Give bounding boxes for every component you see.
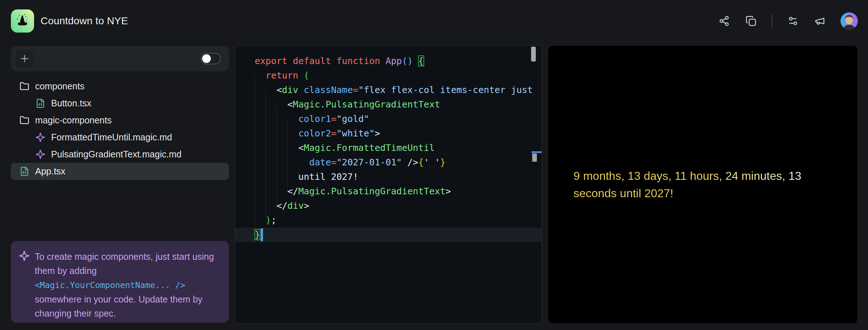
code-token-attr: className (304, 85, 352, 95)
code-token-mb: { (418, 56, 424, 66)
code-token-kw: return (266, 70, 298, 81)
code-line: </div> (235, 199, 542, 213)
tree-item-app-tsx[interactable]: App.tsx (11, 163, 229, 180)
code-line: color1="gold" (235, 112, 542, 126)
app-logo (11, 9, 34, 33)
code-token-op: = (331, 114, 337, 124)
editor-scrollbar-thumb[interactable] (531, 47, 536, 62)
code-token-attr: color2 (298, 128, 331, 139)
scrollbar-secondary-thumb[interactable] (532, 153, 537, 162)
code-line: <Magic.PulsatingGradientText (235, 97, 542, 112)
code-token-pl (298, 70, 304, 81)
text-cursor (261, 228, 263, 241)
tree-item-components[interactable]: components (11, 78, 229, 95)
file-tree: componentsButton.tsxmagic-componentsForm… (11, 78, 229, 180)
folder-icon (20, 115, 29, 125)
add-file-button[interactable] (16, 50, 33, 67)
app-window: Countdown to NYE (0, 0, 868, 330)
sparkle-icon (36, 149, 45, 159)
user-avatar[interactable] (840, 12, 858, 30)
magic-tip-text: To create magic components, just start u… (35, 250, 221, 314)
code-token-pl: > (304, 200, 309, 211)
code-token-pl (298, 85, 304, 95)
magic-component-code: <Magic.YourComponentName... /> (35, 280, 185, 290)
tree-item-label: PulsatingGradientText.magic.md (51, 149, 181, 160)
code-token-yb: { (418, 157, 424, 168)
code-token-str: "gold" (337, 114, 369, 124)
code-token-pl: until 2027! (255, 172, 358, 182)
code-editor[interactable]: export default function App() { return (… (235, 45, 542, 324)
tree-item-label: magic-components (35, 115, 112, 126)
top-bar: Countdown to NYE (0, 0, 868, 45)
code-line: <Magic.FormattedTimeUntil (235, 141, 542, 155)
code-line: export default function App() { (235, 54, 542, 68)
code-line: <div className="flex flex-col items-cent… (235, 83, 542, 97)
code-token-str: "white" (337, 128, 375, 139)
file-code-icon (20, 166, 29, 176)
code-token-pl (255, 70, 266, 81)
code-token-str: "flex flex-col items-center just (358, 85, 533, 95)
file-code-icon (36, 98, 45, 108)
tree-item-formattedtimeuntil-magic-md[interactable]: FormattedTimeUntil.magic.md (11, 129, 229, 146)
code-line: </Magic.PulsatingGradientText> (235, 184, 542, 199)
code-token-tag: div (287, 200, 304, 211)
page-title: Countdown to NYE (41, 0, 128, 42)
main-area: componentsButton.tsxmagic-componentsForm… (0, 45, 868, 324)
code-token-pl: ; (271, 215, 276, 225)
code-token-pl (255, 128, 298, 139)
code-token-pl (255, 114, 298, 124)
code-token-attr: date (309, 157, 331, 168)
code-token-tag: Magic.PulsatingGradientText (293, 99, 440, 110)
code-token-attr: color1 (298, 114, 331, 124)
code-token-pl: < (255, 85, 282, 95)
tree-item-magic-components[interactable]: magic-components (11, 112, 229, 129)
header-actions (718, 0, 858, 42)
code-token-op: = (331, 157, 337, 168)
code-lines: export default function App() { return (… (235, 54, 542, 242)
code-token-pl: </ (255, 186, 298, 196)
magic-tip-box: To create magic components, just start u… (11, 241, 229, 323)
countdown-text: 9 months, 13 days, 11 hours, 24 minutes,… (573, 167, 815, 202)
code-token-yb: } (440, 157, 446, 168)
code-token-pg: ) (266, 215, 271, 225)
tree-item-button-tsx[interactable]: Button.tsx (11, 95, 229, 112)
code-token-pl (255, 215, 266, 225)
code-token-pl (413, 56, 418, 66)
code-token-kw: export default function (255, 56, 385, 66)
sparkle-icon (36, 132, 45, 142)
code-token-fn: App (385, 56, 402, 66)
code-token-pl: /> (402, 157, 418, 168)
code-token-pl: ' ' (424, 157, 440, 168)
code-line: color2="white"> (235, 126, 542, 141)
megaphone-icon[interactable] (814, 15, 826, 27)
scrollbar-cursor-marker (531, 151, 542, 153)
code-token-pl: > (375, 128, 380, 139)
code-token-mb: } (255, 229, 260, 240)
tree-item-pulsatinggradienttext-magic-md[interactable]: PulsatingGradientText.magic.md (11, 146, 229, 163)
code-token-pg: ( (304, 70, 309, 81)
code-line: ); (235, 213, 542, 228)
file-toolbar (11, 46, 229, 71)
code-line: date="2027-01-01" />{' '} (235, 155, 542, 170)
folder-icon (20, 81, 29, 91)
code-token-op: = (353, 85, 358, 95)
code-line: return ( (235, 68, 542, 83)
tree-item-label: App.tsx (35, 166, 65, 177)
code-line: } (235, 228, 542, 242)
copy-icon[interactable] (745, 15, 757, 27)
tree-item-label: FormattedTimeUntil.magic.md (51, 132, 172, 143)
code-token-str: "2027-01-01" (337, 157, 402, 168)
code-token-pl: > (446, 186, 451, 196)
code-token-pl: < (255, 143, 304, 153)
code-token-pb: () (402, 56, 413, 66)
sidebar-toggle-switch[interactable] (201, 53, 221, 64)
code-line: until 2027! (235, 170, 542, 184)
preview-panel: 9 months, 13 days, 11 hours, 24 minutes,… (548, 45, 858, 324)
sliders-icon[interactable] (787, 15, 799, 27)
code-token-pl (255, 157, 309, 168)
toggle-knob (202, 54, 211, 63)
code-token-tag: Magic.PulsatingGradientText (298, 186, 445, 196)
code-token-op: = (331, 128, 337, 139)
code-token-tag: div (282, 85, 298, 95)
share-icon[interactable] (718, 15, 730, 27)
